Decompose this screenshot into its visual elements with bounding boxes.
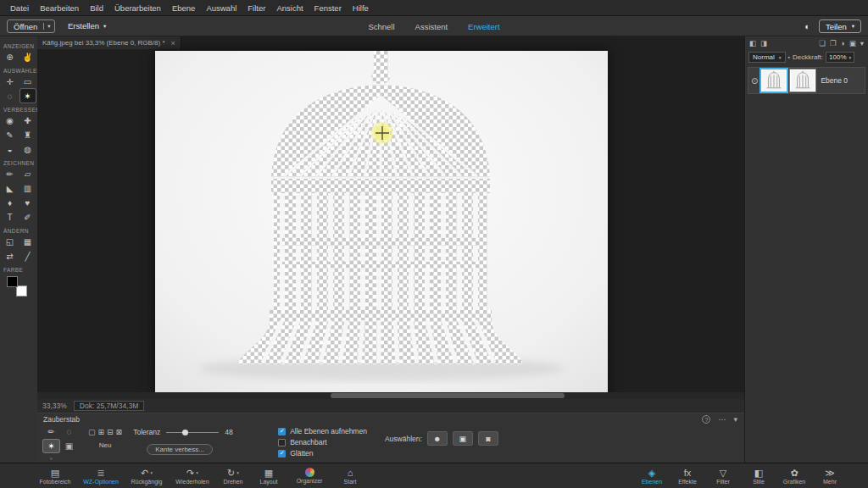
checkbox-all-layers[interactable]: ✓ Alle Ebenen aufnehmen: [278, 427, 367, 435]
create-button[interactable]: Erstellen ▾: [68, 21, 106, 30]
menu-item-bearbeiten[interactable]: Bearbeiten: [40, 3, 79, 13]
layer-thumbnail[interactable]: [761, 69, 787, 92]
layer-row[interactable]: ⊙ Ebene 0: [748, 67, 865, 94]
menu-item-ansicht[interactable]: Ansicht: [276, 3, 303, 13]
document-tab[interactable]: Käfig.jpeg bei 33,3% (Ebene 0, RGB/8) * …: [37, 36, 181, 49]
magic-wand-variant-icon[interactable]: ✶: [43, 440, 59, 452]
paint-bucket-tool-icon[interactable]: ◣: [3, 181, 18, 195]
taskbar-redo[interactable]: ↷▾ Wiederholen: [170, 463, 215, 488]
close-icon[interactable]: ×: [171, 39, 175, 47]
taskbar-photo-bin[interactable]: ▤ Fotobereich: [32, 463, 78, 488]
tab-assistent[interactable]: Assistent: [415, 22, 448, 31]
checkbox-icon[interactable]: ✓: [278, 450, 286, 458]
taskbar-layout[interactable]: ▦ Layout: [251, 463, 287, 488]
clone-stamp-tool-icon[interactable]: ♜: [20, 128, 36, 141]
checkbox-icon[interactable]: ✓: [278, 428, 286, 435]
menu-item-fenster[interactable]: Fenster: [314, 3, 342, 13]
lasso-tool-icon[interactable]: ◌: [3, 89, 18, 103]
taskbar-organizer[interactable]: Organizer: [287, 463, 332, 488]
select-background-button[interactable]: ◙: [478, 431, 498, 446]
menu-item-hilfe[interactable]: Hilfe: [353, 3, 369, 13]
taskbar-tool-options[interactable]: ≣ WZ-Optionen: [78, 463, 124, 488]
chevron-down-icon[interactable]: ▾: [196, 468, 198, 478]
opacity-select[interactable]: 100% ▾: [826, 52, 854, 63]
chevron-down-icon[interactable]: ▾: [43, 23, 53, 30]
blur-tool-icon[interactable]: ◒: [3, 142, 18, 156]
tab-erweitert[interactable]: Erweitert: [468, 22, 499, 31]
magic-wand-tool-icon[interactable]: ✶: [20, 89, 36, 103]
taskbar-undo[interactable]: ↶▾ Rückgängig: [124, 463, 170, 488]
checkbox-icon[interactable]: [278, 439, 286, 446]
checkbox-contiguous[interactable]: Benachbart: [278, 438, 367, 446]
taskbar-home[interactable]: ⌂ Start: [332, 463, 368, 488]
taskbar-styles[interactable]: ◧ Stile: [741, 463, 776, 488]
taskbar-layers[interactable]: ◈ Ebenen: [634, 463, 670, 488]
menu-item-ueberarbeiten[interactable]: Überarbeiten: [114, 3, 161, 13]
recompose-tool-icon[interactable]: ▦: [20, 235, 36, 248]
quick-selection-tool-icon[interactable]: ▣: [61, 440, 77, 452]
layer-mask-thumbnail[interactable]: [790, 69, 815, 92]
blend-mode-select[interactable]: Normal ▾: [748, 52, 786, 63]
taskbar-effects[interactable]: fx Effekte: [670, 463, 705, 488]
taskbar-filter[interactable]: ▽ Filter: [705, 463, 741, 488]
document-size-indicator[interactable]: Dok: 25,7M/34,3M: [74, 401, 144, 411]
taskbar-more[interactable]: ≫ Mehr: [812, 463, 848, 488]
chevron-down-icon[interactable]: ▾: [236, 468, 239, 478]
collapse-panel-icon[interactable]: ▾: [733, 415, 737, 424]
hand-tool-icon[interactable]: ✌: [20, 50, 36, 64]
chevron-down-icon[interactable]: ▾: [150, 468, 153, 478]
menu-item-datei[interactable]: Datei: [10, 3, 29, 13]
new-group-icon[interactable]: ❐: [830, 39, 837, 47]
expand-panel-icon[interactable]: ◧: [749, 39, 756, 47]
slider-knob[interactable]: [182, 430, 188, 435]
red-eye-tool-icon[interactable]: ◉: [3, 114, 18, 127]
selection-brush-tool-icon[interactable]: ✏: [43, 425, 59, 438]
subtract-selection-icon[interactable]: ⊟: [107, 428, 114, 436]
eraser-tool-icon[interactable]: ▱: [20, 167, 36, 180]
menu-item-auswahl[interactable]: Auswahl: [206, 3, 236, 13]
checkbox-antialias[interactable]: ✓ Glätten: [278, 449, 367, 458]
select-photo-button[interactable]: ▣: [453, 431, 473, 446]
tolerance-value[interactable]: 48: [225, 428, 232, 436]
taskbar-rotate[interactable]: ↻▾ Drehen: [215, 463, 251, 488]
more-options-icon[interactable]: ⋯: [718, 415, 726, 424]
zoom-level[interactable]: 33,33%: [42, 402, 67, 410]
smart-brush-tool-icon[interactable]: ✎: [3, 128, 18, 141]
lock-icon[interactable]: ▣: [849, 39, 856, 47]
new-layer-icon[interactable]: ❏: [819, 39, 826, 47]
menu-item-bild[interactable]: Bild: [90, 3, 103, 13]
scrollbar-thumb[interactable]: [331, 393, 565, 398]
panel-menu-icon[interactable]: ▾: [860, 39, 864, 47]
sponge-tool-icon[interactable]: ◍: [20, 142, 36, 156]
tolerance-slider[interactable]: [166, 429, 219, 436]
menu-item-ebene[interactable]: Ebene: [172, 3, 195, 13]
lock-transparency-icon[interactable]: ▪: [788, 54, 790, 60]
type-tool-icon[interactable]: T: [3, 210, 18, 224]
pencil-tool-icon[interactable]: ✐: [20, 210, 36, 224]
foreground-color-swatch[interactable]: [7, 276, 18, 287]
refine-edge-button[interactable]: Kante verbess...: [147, 444, 213, 455]
new-fill-layer-icon[interactable]: ◑: [841, 39, 845, 47]
open-button[interactable]: Öffnen ▾: [7, 19, 55, 33]
help-icon[interactable]: ?: [702, 415, 710, 424]
eyedropper-tool-icon[interactable]: ♦: [3, 196, 18, 209]
add-selection-icon[interactable]: ⊞: [98, 428, 105, 436]
tab-schnell[interactable]: Schnell: [368, 22, 394, 31]
collapse-panel-icon[interactable]: ◨: [760, 39, 767, 47]
taskbar-graphics[interactable]: ✿ Grafiken: [776, 463, 812, 488]
straighten-tool-icon[interactable]: ╱: [20, 249, 36, 263]
share-button[interactable]: Teilen ▾: [819, 19, 861, 33]
marquee-tool-icon[interactable]: ▭: [20, 75, 36, 88]
select-subject-button[interactable]: ☻: [427, 431, 448, 446]
menu-item-filter[interactable]: Filter: [248, 3, 265, 13]
gradient-tool-icon[interactable]: ▥: [20, 181, 36, 195]
canvas-image[interactable]: [155, 51, 608, 395]
horizontal-scrollbar[interactable]: [37, 392, 744, 399]
spot-healing-tool-icon[interactable]: ✚: [20, 114, 36, 127]
content-move-tool-icon[interactable]: ⇄: [3, 249, 18, 263]
shape-tool-icon[interactable]: ♥: [20, 196, 36, 209]
move-tool-icon[interactable]: ✛: [3, 75, 18, 88]
layer-visibility-icon[interactable]: ⊙: [751, 76, 758, 86]
intersect-selection-icon[interactable]: ⊠: [116, 428, 123, 436]
brush-tool-icon[interactable]: ✏: [3, 167, 18, 180]
